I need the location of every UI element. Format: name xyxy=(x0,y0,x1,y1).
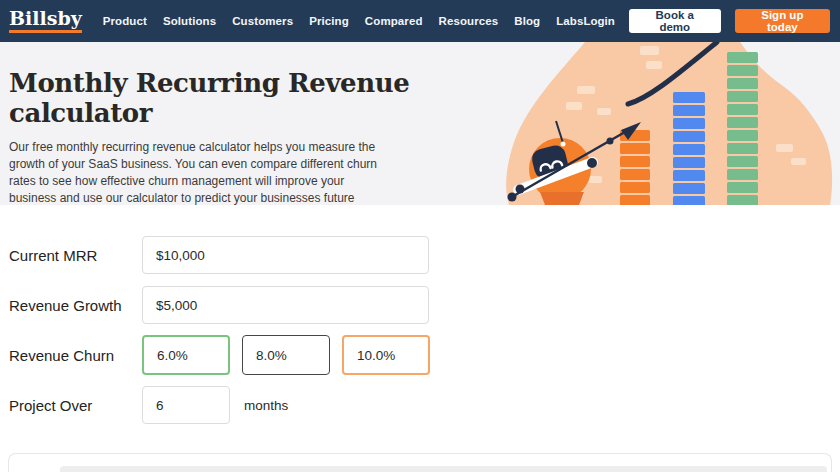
nav-item-customers[interactable]: Customers xyxy=(232,15,293,27)
revenue-churn-row: Revenue Churn xyxy=(9,335,840,375)
page-title: Monthly Recurring Revenue calculator xyxy=(9,68,439,128)
book-demo-button[interactable]: Book a demo xyxy=(629,9,721,33)
nav-right: Login Book a demo Sign up today xyxy=(583,9,830,33)
current-mrr-row: Current MRR xyxy=(9,236,840,274)
project-over-input[interactable] xyxy=(142,386,230,424)
revenue-growth-row: Revenue Growth xyxy=(9,286,840,324)
login-link[interactable]: Login xyxy=(583,15,614,27)
nav-item-solutions[interactable]: Solutions xyxy=(163,15,216,27)
project-over-row: Project Over months xyxy=(9,386,840,424)
churn-rate-input-0[interactable] xyxy=(142,335,230,375)
hero-copy: Monthly Recurring Revenue calculator Our… xyxy=(9,68,439,205)
hero-illustration xyxy=(500,42,840,205)
mrr-calculator-form: Current MRR Revenue Growth Revenue Churn… xyxy=(0,205,840,453)
months-suffix: months xyxy=(244,398,288,413)
churn-rate-input-2[interactable] xyxy=(342,335,430,375)
churn-rate-options xyxy=(142,335,430,375)
nav-item-pricing[interactable]: Pricing xyxy=(309,15,349,27)
revenue-churn-label: Revenue Churn xyxy=(9,347,142,364)
results-card-header-strip xyxy=(60,466,827,472)
nav-item-resources[interactable]: Resources xyxy=(439,15,499,27)
billsby-logo[interactable]: Billsby xyxy=(9,9,82,33)
project-over-label: Project Over xyxy=(9,397,142,414)
results-card xyxy=(8,453,832,472)
nav-item-product[interactable]: Product xyxy=(103,15,147,27)
page-description: Our free monthly recurring revenue calcu… xyxy=(9,139,388,205)
current-mrr-label: Current MRR xyxy=(9,247,142,264)
nav-item-labs[interactable]: Labs xyxy=(556,15,583,27)
top-nav: Billsby ProductSolutionsCustomersPricing… xyxy=(0,0,840,42)
main-nav-links: ProductSolutionsCustomersPricingCompared… xyxy=(103,15,584,27)
hero-section: Monthly Recurring Revenue calculator Our… xyxy=(0,42,840,205)
revenue-growth-label: Revenue Growth xyxy=(9,297,142,314)
signup-button[interactable]: Sign up today xyxy=(735,9,830,33)
nav-item-blog[interactable]: Blog xyxy=(514,15,540,27)
current-mrr-input[interactable] xyxy=(142,236,429,274)
nav-item-compared[interactable]: Compared xyxy=(365,15,423,27)
revenue-growth-input[interactable] xyxy=(142,286,429,324)
churn-rate-input-1[interactable] xyxy=(242,335,330,375)
